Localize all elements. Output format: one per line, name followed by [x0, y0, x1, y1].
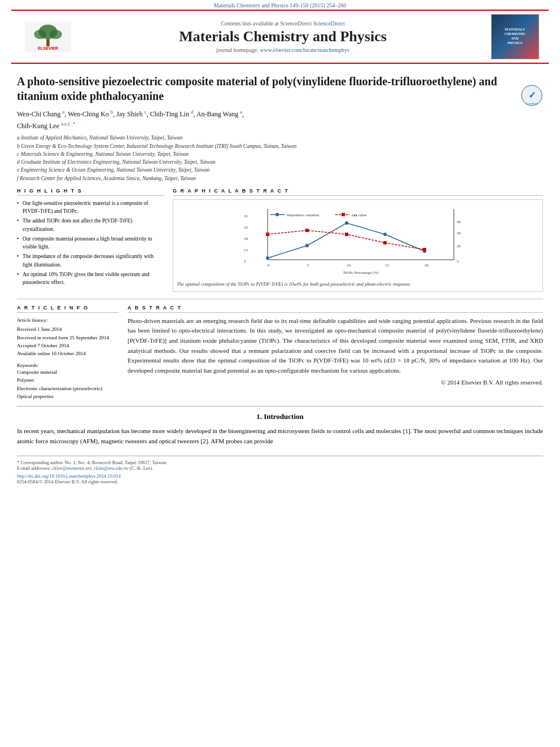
svg-rect-32	[305, 229, 309, 232]
affiliation-d: d Graduate Institute of Electronics Engi…	[17, 158, 543, 166]
highlights-list: Our light-sensitive piezoelectric materi…	[17, 199, 164, 287]
corresponding-note: * Corresponding author. No. 1, Sec. 4, R…	[17, 460, 543, 465]
cover-line1: MATERIALS	[505, 28, 526, 32]
keyword-1: Composite material	[17, 368, 119, 376]
article-history: Article history: Received 1 June 2014 Re…	[17, 316, 119, 358]
svg-text:ELSEVIER: ELSEVIER	[38, 46, 59, 51]
accepted-date: Accepted 7 October 2014	[17, 342, 119, 350]
section-divider	[17, 406, 543, 407]
highlight-item-1: Our light-sensitive piezoelectric materi…	[17, 199, 164, 216]
history-title: Article history:	[17, 316, 119, 324]
crossmark-icon: ✓ CrossMark	[520, 84, 543, 107]
article-info-abstract-row: A R T I C L E I N F O Article history: R…	[17, 299, 543, 401]
intro-title: 1. Introduction	[17, 412, 543, 421]
svg-point-37	[275, 213, 279, 216]
doi-line: http://dx.doi.org/10.1016/j.matchemphys.…	[17, 473, 543, 479]
intro-body: In recent years, mechanical manipulation…	[17, 426, 543, 446]
abstract-body: Photo-driven materials are an emerging r…	[128, 317, 543, 374]
highlights-graphical-row: H I G H L I G H T S Our light-sensitive …	[17, 188, 543, 292]
graphical-abstract-section: G R A P H I C A L A B S T R A C T 5 13 1…	[173, 188, 543, 292]
affiliation-a: a Institute of Applied Mechanics, Nation…	[17, 134, 543, 142]
abstract-section: A B S T R A C T Photo-driven materials a…	[128, 305, 543, 401]
article-title-area: ✓ CrossMark A photo-sensitive piezoelect…	[17, 74, 543, 103]
highlights-section: H I G H L I G H T S Our light-sensitive …	[17, 188, 164, 292]
svg-text:18: 18	[244, 237, 248, 241]
email-link-2[interactable]: cklee@ntu.edu.tw	[94, 465, 129, 471]
available-date: Available online 16 October 2014	[17, 350, 119, 357]
received-date: Received 1 June 2014	[17, 325, 119, 333]
svg-rect-33	[345, 233, 348, 236]
svg-text:✓: ✓	[528, 90, 536, 100]
cover-line2: CHEMISTRY	[505, 32, 526, 37]
doi-link[interactable]: http://dx.doi.org/10.1016/j.matchemphys.…	[17, 473, 121, 479]
svg-rect-40	[342, 213, 345, 216]
svg-rect-35	[423, 248, 426, 251]
svg-text:31: 31	[244, 214, 248, 219]
affiliation-b: b Green Energy & Eco-Technology System C…	[17, 142, 543, 150]
svg-text:30: 30	[457, 231, 461, 235]
sciencedirect-link[interactable]: ScienceDirect	[313, 20, 345, 27]
svg-point-27	[305, 244, 309, 247]
graphical-abstract-box: 5 13 18 23 31 5 20 30 40 0 5 10 15 20	[173, 199, 543, 292]
keywords-section: Keywords: Composite material Polymer Ele…	[17, 362, 119, 401]
affiliation-e: e Engineering Science & Ocean Engineerin…	[17, 166, 543, 174]
affiliation-c: c Materials Science & Engineering, Natio…	[17, 150, 543, 158]
svg-point-29	[383, 233, 387, 236]
svg-text:23: 23	[244, 225, 248, 230]
introduction-section: 1. Introduction In recent years, mechani…	[17, 412, 543, 446]
journal-title-area: Contents lists available at ScienceDirec…	[79, 14, 487, 59]
revised-date: Received in revised form 25 September 20…	[17, 334, 119, 342]
affiliation-f: f Research Center for Applied Sciences, …	[17, 174, 543, 182]
copyright-notice: © 2014 Elsevier B.V. All rights reserved…	[128, 378, 543, 388]
svg-text:20: 20	[457, 244, 461, 248]
keyword-2: Polymer	[17, 376, 119, 384]
elsevier-logo: ELSEVIER	[23, 21, 73, 53]
svg-text:CrossMark: CrossMark	[526, 102, 539, 105]
keywords-title: Keywords:	[17, 362, 119, 368]
svg-point-2	[34, 29, 46, 38]
email-link-1[interactable]: cklee@ntumems.net	[52, 465, 91, 471]
svg-rect-34	[383, 241, 387, 244]
sciencedirect-line: Contents lists available at ScienceDirec…	[221, 20, 345, 27]
intro-section-number: 1.	[256, 412, 262, 421]
top-bar: Materials Chemistry and Physics 149-150 …	[0, 0, 560, 10]
highlight-item-4: The impedance of the composite decreases…	[17, 252, 164, 269]
svg-rect-4	[46, 39, 50, 46]
svg-text:5: 5	[244, 259, 246, 264]
main-content: ✓ CrossMark A photo-sensitive piezoelect…	[0, 74, 560, 447]
keywords-list: Composite material Polymer Electronic ch…	[17, 368, 119, 401]
footer: * Corresponding author. No. 1, Sec. 4, R…	[17, 456, 543, 484]
svg-text:40: 40	[457, 220, 461, 224]
svg-text:Impedance variation: Impedance variation	[287, 213, 320, 217]
homepage-link[interactable]: www.elsevier.com/locate/matchemphys	[260, 47, 349, 53]
svg-text:13: 13	[244, 248, 248, 252]
svg-text:10: 10	[347, 263, 351, 268]
keyword-3: Electronic characterization (piezoelectr…	[17, 385, 119, 392]
svg-rect-31	[266, 233, 269, 236]
keyword-4: Optical properties	[17, 392, 119, 400]
journal-homepage: journal homepage: www.elsevier.com/locat…	[216, 47, 349, 53]
journal-title: Materials Chemistry and Physics	[179, 28, 387, 45]
journal-header: ELSEVIER Contents lists available at Sci…	[11, 10, 549, 64]
abstract-text: Photo-driven materials are an emerging r…	[128, 316, 543, 388]
highlight-item-5: An optimal 10% TiOPc gives the best visi…	[17, 270, 164, 287]
highlight-item-2: The added TiOPc does not affect the P(VD…	[17, 217, 164, 233]
article-info-header: A R T I C L E I N F O	[17, 305, 119, 313]
svg-point-3	[50, 29, 62, 38]
highlight-item-3: Our composite material possesses a high …	[17, 235, 164, 251]
svg-text:TiOPc Percentage (%): TiOPc Percentage (%)	[343, 270, 379, 275]
abstract-header: A B S T R A C T	[128, 305, 543, 313]
cover-line3: AND	[505, 37, 526, 41]
journal-citation: Materials Chemistry and Physics 149-150 …	[0, 0, 560, 10]
affiliations: a Institute of Applied Mechanics, Nation…	[17, 134, 543, 182]
authors-line: Wen-Chi Chang a, Wen-Ching Ko b, Jay Shi…	[17, 108, 543, 132]
highlights-header: H I G H L I G H T S	[17, 188, 164, 196]
email-note: E-mail addresses: cklee@ntumems.net, ckl…	[17, 465, 543, 471]
graphical-abstract-header: G R A P H I C A L A B S T R A C T	[173, 188, 543, 196]
cover-line4: PHYSICS	[505, 41, 526, 46]
svg-point-26	[266, 256, 269, 260]
intro-title-text: Introduction	[264, 412, 304, 421]
svg-point-28	[345, 221, 348, 225]
svg-text:15: 15	[385, 263, 390, 268]
elsevier-logo-area: ELSEVIER	[17, 14, 79, 59]
